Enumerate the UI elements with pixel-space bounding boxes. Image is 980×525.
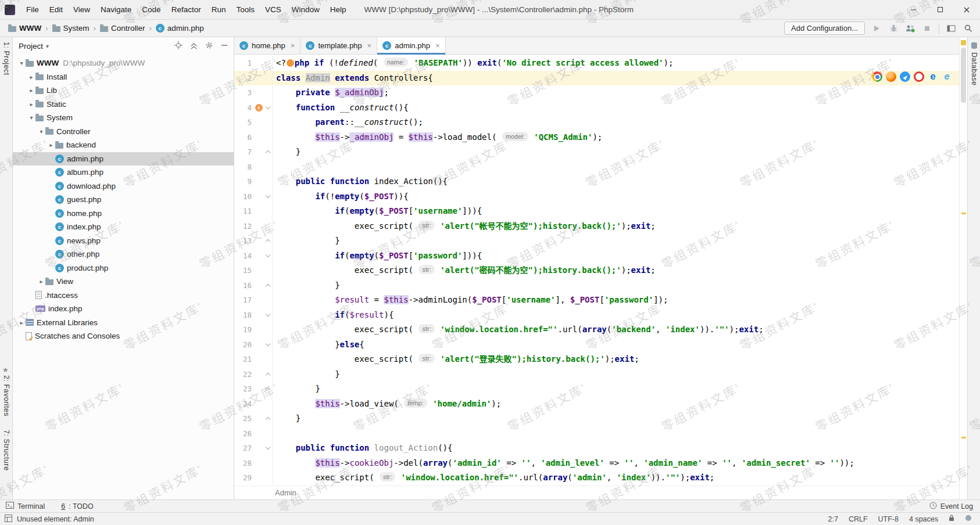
tree-item-scratches-and-consoles[interactable]: Scratches and Consoles <box>13 329 234 343</box>
tool-stripe-structure[interactable]: 7: Structure <box>2 430 10 471</box>
tree-item-external-libraries[interactable]: ▸External Libraries <box>13 316 234 330</box>
fold-marker-icon[interactable] <box>265 105 270 109</box>
safari-icon[interactable] <box>900 71 910 82</box>
line-separator[interactable]: CRLF <box>849 515 868 523</box>
tree-item-index-php[interactable]: phpindex.php <box>13 302 234 316</box>
tree-item-system[interactable]: ▾System <box>13 111 234 125</box>
code-line-8[interactable]: 8 <box>234 160 959 175</box>
chevron-down-icon[interactable]: ▾ <box>46 43 49 49</box>
scrollbar-thumb[interactable] <box>961 48 966 103</box>
debug-button[interactable] <box>888 23 899 34</box>
fold-marker-icon[interactable] <box>265 373 270 377</box>
locate-file-icon[interactable] <box>174 41 183 51</box>
breadcrumb-item-system[interactable]: System <box>51 24 91 33</box>
project-panel-title[interactable]: Project <box>19 42 43 51</box>
inspection-profile-icon[interactable] <box>965 515 972 523</box>
menu-view[interactable]: View <box>68 0 95 19</box>
tree-item-backend[interactable]: ▸backend <box>13 138 234 152</box>
caret-position[interactable]: 2:7 <box>828 515 838 523</box>
tree-chevron-icon[interactable]: ▸ <box>47 142 55 148</box>
menu-code[interactable]: Code <box>137 0 166 19</box>
fold-marker-icon[interactable] <box>265 445 270 450</box>
code-line-3[interactable]: 3 private $_adminObj; <box>234 85 959 100</box>
menu-navigate[interactable]: Navigate <box>95 0 137 19</box>
tree-item-install[interactable]: ▸Install <box>13 70 234 84</box>
breadcrumb-item-controller[interactable]: Controller <box>99 24 146 33</box>
tool-stripe-favorites[interactable]: 2: Favorites <box>2 375 10 416</box>
breadcrumb-item-www[interactable]: WWW <box>7 24 42 33</box>
tab-template-php[interactable]: ctemplate.php× <box>301 37 377 54</box>
menu-run[interactable]: Run <box>206 0 231 19</box>
scrollbar-error-stripe[interactable] <box>959 37 967 499</box>
tree-chevron-icon[interactable]: ▸ <box>17 319 26 326</box>
code-line-11[interactable]: 11 if(empty($_POST['username'])){ <box>234 204 959 219</box>
code-line-15[interactable]: 15 exec_script( str: 'alert("密码不能为空");hi… <box>234 263 959 278</box>
code-line-23[interactable]: 23 } <box>234 382 959 397</box>
add-configuration-button[interactable]: Add Configuration... <box>784 21 865 35</box>
indent-setting[interactable]: 4 spaces <box>909 515 938 523</box>
fold-marker-icon[interactable] <box>265 312 270 317</box>
tool-windows-toggle-icon[interactable] <box>5 515 12 524</box>
tree-chevron-icon[interactable]: ▸ <box>27 101 35 107</box>
tree-item-product-php[interactable]: cproduct.php <box>13 261 234 275</box>
tool-window-todo[interactable]: 6: TODO <box>61 502 94 510</box>
tab-home-php[interactable]: chome.php× <box>234 37 301 54</box>
tab-close-icon[interactable]: × <box>435 41 440 50</box>
fold-marker-icon[interactable] <box>265 150 270 155</box>
stop-button[interactable] <box>922 23 932 34</box>
fold-marker-icon[interactable] <box>265 239 270 244</box>
code-line-2[interactable]: 2class Admin extends Controllers{ <box>234 71 959 86</box>
code-line-17[interactable]: 17 $result = $this->adminLogin($_POST['u… <box>234 293 959 308</box>
tree-item-home-php[interactable]: chome.php <box>13 207 234 221</box>
edge-icon[interactable]: e <box>928 71 938 82</box>
fold-marker-icon[interactable] <box>265 193 270 198</box>
menu-edit[interactable]: Edit <box>44 0 68 19</box>
code-line-6[interactable]: 6 $this->_adminObj = $this->load_model( … <box>234 130 959 145</box>
lock-icon[interactable] <box>949 515 954 523</box>
tab-close-icon[interactable]: × <box>367 41 372 50</box>
tree-item-other-php[interactable]: cother.php <box>13 247 234 261</box>
code-line-10[interactable]: 10 if(!empty($_POST)){ <box>234 189 959 204</box>
fold-marker-icon[interactable] <box>265 417 270 422</box>
tree-item-controller[interactable]: ▾Controller <box>13 125 234 139</box>
warning-tick[interactable] <box>961 437 966 438</box>
menu-vcs[interactable]: VCS <box>260 0 287 19</box>
tree-chevron-icon[interactable]: ▸ <box>27 74 35 80</box>
tree-item-album-php[interactable]: calbum.php <box>13 166 234 179</box>
search-everywhere-icon[interactable] <box>963 23 973 34</box>
code-line-29[interactable]: 29 exec_script( str: 'window.location.hr… <box>234 470 959 486</box>
close-button[interactable] <box>953 0 980 19</box>
code-line-9[interactable]: 9 public function index_Action(){ <box>234 174 959 189</box>
tree-item-index-php[interactable]: cindex.php <box>13 220 234 234</box>
editor-breadcrumb-admin[interactable]: Admin <box>275 488 296 497</box>
tree-item-static[interactable]: ▸Static <box>13 98 234 112</box>
tree-item-download-php[interactable]: cdownload.php <box>13 179 234 193</box>
code-line-1[interactable]: 1<?php if (!defined( name: 'BASEPATH')) … <box>234 56 959 71</box>
code-line-16[interactable]: 16 } <box>234 278 959 293</box>
code-line-26[interactable]: 26 <box>234 426 959 441</box>
tree-chevron-icon[interactable]: ▸ <box>27 87 35 94</box>
code-editor[interactable]: 1<?php if (!defined( name: 'BASEPATH')) … <box>234 55 959 486</box>
fold-marker-icon[interactable] <box>265 341 270 346</box>
tree-item-www[interactable]: ▾WWWD:\phpstudy_pro\WWW <box>13 56 234 70</box>
code-line-27[interactable]: 27 public function logout_Action(){ <box>234 441 959 456</box>
layout-button[interactable] <box>946 23 956 34</box>
tree-item-lib[interactable]: ▸Lib <box>13 84 234 98</box>
code-line-19[interactable]: 19 exec_script( str: 'window.location.hr… <box>234 322 959 337</box>
chrome-icon[interactable] <box>872 71 882 82</box>
tree-item-admin-php[interactable]: cadmin.php <box>13 152 234 166</box>
code-line-5[interactable]: 5 parent::__construct(); <box>234 115 959 130</box>
tool-window-terminal[interactable]: Terminal <box>6 502 45 510</box>
tree-chevron-icon[interactable]: ▾ <box>27 114 35 121</box>
opera-icon[interactable] <box>914 71 924 82</box>
code-line-20[interactable]: 20 }else{ <box>234 337 959 353</box>
tree-chevron-icon[interactable]: ▸ <box>37 278 45 285</box>
maximize-button[interactable] <box>927 0 953 19</box>
settings-gear-icon[interactable] <box>205 41 213 51</box>
code-line-14[interactable]: 14 if(empty($_POST['password'])){ <box>234 249 959 264</box>
tool-stripe-database[interactable]: Database <box>970 52 978 86</box>
minimize-button[interactable] <box>900 0 927 19</box>
fold-marker-icon[interactable] <box>265 387 270 392</box>
code-line-13[interactable]: 13 } <box>234 233 959 249</box>
event-log-button[interactable]: Event Log <box>929 502 973 511</box>
